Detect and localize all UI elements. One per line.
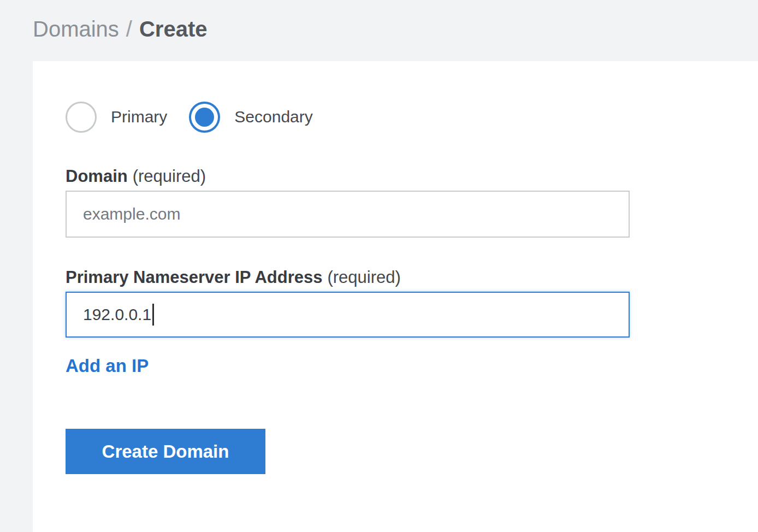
nameserver-ip-required-suffix: (required): [327, 268, 400, 287]
add-an-ip-link[interactable]: Add an IP: [66, 356, 149, 376]
nameserver-ip-field-label-text: Primary Nameserver IP Address: [66, 268, 322, 287]
domain-field-label: Domain(required): [66, 165, 725, 187]
domain-field-label-text: Domain: [66, 167, 128, 186]
radio-dot: [72, 108, 91, 127]
nameserver-ip-field: Primary Nameserver IP Address(required) …: [66, 267, 725, 338]
radio-selected-icon[interactable]: [189, 102, 220, 133]
nameserver-ip-input[interactable]: 192.0.0.1: [66, 292, 630, 338]
page-title: Create: [139, 16, 208, 42]
radio-unselected-icon[interactable]: [66, 102, 97, 133]
nameserver-ip-field-label: Primary Nameserver IP Address(required): [66, 267, 725, 288]
radio-label-secondary[interactable]: Secondary: [234, 108, 312, 126]
domain-input-placeholder: example.com: [83, 205, 180, 223]
nameserver-ip-input-value: 192.0.0.1: [83, 305, 151, 324]
create-domain-button[interactable]: Create Domain: [66, 429, 265, 474]
create-domain-card: Primary Secondary Domain(required) examp…: [33, 61, 758, 532]
domain-type-radio-group: Primary Secondary: [66, 101, 725, 133]
breadcrumb-separator: /: [126, 16, 132, 42]
radio-option-secondary[interactable]: Secondary: [189, 102, 312, 133]
domain-field: Domain(required) example.com: [66, 165, 725, 238]
breadcrumb: Domains / Create: [33, 16, 207, 42]
breadcrumb-domains-link[interactable]: Domains: [33, 16, 119, 42]
text-caret-icon: [152, 304, 154, 326]
radio-option-primary[interactable]: Primary: [66, 102, 167, 133]
radio-dot: [195, 108, 214, 127]
domain-input[interactable]: example.com: [66, 191, 630, 238]
domain-required-suffix: (required): [133, 167, 206, 186]
radio-label-primary[interactable]: Primary: [111, 108, 167, 126]
